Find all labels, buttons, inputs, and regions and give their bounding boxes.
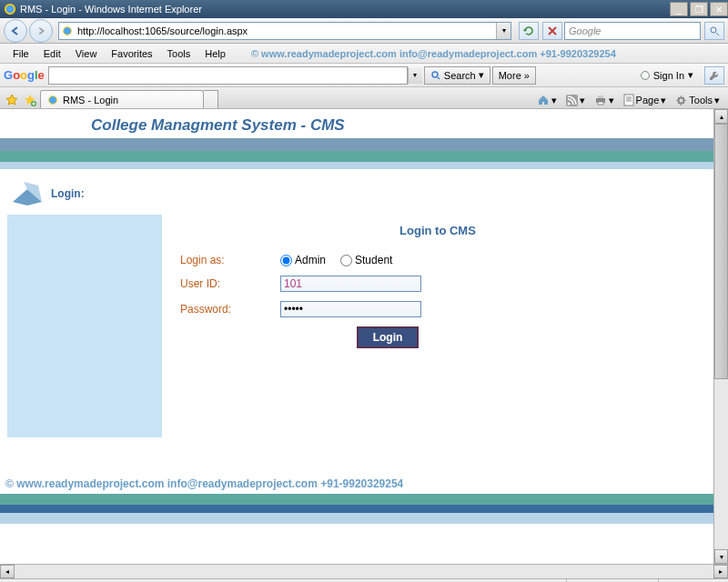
new-tab-button[interactable]: [204, 90, 218, 108]
stop-button[interactable]: [542, 22, 562, 40]
svg-point-2: [711, 27, 716, 33]
tab-page-icon: [46, 94, 59, 106]
svg-point-7: [567, 102, 570, 105]
google-more-button[interactable]: More »: [492, 66, 536, 85]
svg-point-12: [679, 97, 684, 103]
svg-rect-9: [598, 95, 603, 98]
print-button[interactable]: ▾: [592, 92, 617, 108]
footer-stripe: [0, 513, 713, 524]
left-sidebar: [7, 215, 162, 437]
svg-point-1: [64, 26, 72, 35]
scroll-right-button[interactable]: ▸: [713, 565, 728, 578]
menu-favorites[interactable]: Favorites: [104, 46, 159, 61]
google-toolbar: Google ▾ Search ▾ More » Sign In ▾: [0, 64, 728, 87]
login-as-label: Login as:: [180, 254, 280, 266]
google-wrench-button[interactable]: [704, 66, 724, 85]
url-dropdown[interactable]: ▾: [496, 23, 511, 39]
password-label: Password:: [180, 303, 280, 316]
login-icon: [11, 180, 44, 207]
password-input[interactable]: [280, 301, 421, 317]
google-search-input[interactable]: [48, 66, 408, 85]
menu-view[interactable]: View: [68, 46, 105, 61]
watermark-text: © www.readymadeproject.com info@readymad…: [251, 48, 616, 59]
form-title: Login to CMS: [180, 224, 695, 237]
tab-title: RMS - Login: [63, 95, 118, 105]
forward-button[interactable]: [29, 19, 53, 43]
svg-point-3: [432, 72, 438, 77]
page-title: College Managment System - CMS: [91, 116, 713, 135]
header-stripe: [0, 151, 713, 162]
page-icon: [61, 25, 74, 37]
browser-tab[interactable]: RMS - Login: [40, 90, 204, 108]
scroll-up-button[interactable]: ▴: [714, 109, 728, 124]
footer-stripe: [0, 494, 713, 505]
header-stripe: [0, 138, 713, 151]
signin-status-icon: [641, 71, 650, 80]
menu-tools[interactable]: Tools: [160, 46, 198, 61]
add-favorites-icon[interactable]: [22, 92, 38, 108]
menu-edit[interactable]: Edit: [36, 46, 68, 61]
menu-file[interactable]: File: [5, 46, 36, 61]
favorites-icon[interactable]: [4, 92, 20, 108]
menu-bar: File Edit View Favorites Tools Help © ww…: [0, 44, 728, 64]
horizontal-scrollbar[interactable]: ◂ ▸: [0, 564, 728, 578]
status-bar: Done Local intranet 100% ▾: [0, 578, 728, 582]
page-menu-button[interactable]: Page ▾: [621, 92, 670, 108]
svg-point-5: [49, 95, 57, 104]
radio-student-input[interactable]: [340, 255, 352, 266]
minimize-button[interactable]: _: [670, 2, 688, 16]
google-search-dropdown[interactable]: ▾: [408, 67, 422, 84]
vertical-scrollbar[interactable]: ▴ ▾: [713, 109, 728, 564]
window-titlebar: RMS - Login - Windows Internet Explorer …: [0, 0, 728, 18]
tools-menu-button[interactable]: Tools ▾: [672, 93, 723, 108]
scroll-thumb[interactable]: [714, 124, 728, 379]
radio-admin-input[interactable]: [280, 255, 292, 266]
search-box[interactable]: Google: [564, 22, 701, 40]
feeds-button[interactable]: ▾: [563, 93, 588, 108]
maximize-button[interactable]: ❐: [690, 2, 708, 16]
window-title: RMS - Login - Windows Internet Explorer: [20, 4, 668, 15]
svg-rect-10: [598, 102, 603, 105]
google-search-button[interactable]: Search ▾: [424, 66, 490, 85]
refresh-button[interactable]: [519, 22, 539, 40]
url-input[interactable]: [77, 24, 496, 38]
close-button[interactable]: ✕: [710, 2, 728, 16]
google-signin[interactable]: Sign In ▾: [641, 69, 703, 81]
address-bar[interactable]: ▾: [58, 22, 511, 40]
login-button[interactable]: Login: [357, 326, 420, 348]
ie-icon: [4, 3, 16, 15]
userid-input[interactable]: [280, 276, 421, 292]
radio-admin[interactable]: Admin: [280, 254, 326, 266]
nav-toolbar: ▾ Google: [0, 18, 728, 44]
svg-point-0: [5, 5, 15, 15]
userid-label: User ID:: [180, 277, 280, 290]
radio-student[interactable]: Student: [340, 254, 392, 266]
svg-rect-11: [624, 95, 633, 105]
header-stripe: [0, 162, 713, 169]
home-button[interactable]: ▾: [534, 92, 560, 108]
tab-bar: RMS - Login ▾ ▾ ▾ Page ▾ Tools ▾: [0, 87, 728, 109]
back-button[interactable]: [4, 19, 27, 43]
search-go-button[interactable]: [704, 22, 724, 40]
footer-stripe: [0, 505, 713, 513]
scroll-left-button[interactable]: ◂: [0, 565, 15, 578]
scroll-down-button[interactable]: ▾: [714, 549, 728, 564]
page-viewport: College Managment System - CMS Login: Lo…: [0, 109, 713, 564]
menu-help[interactable]: Help: [197, 46, 233, 61]
footer-watermark: © www.readymadeproject.com info@readymad…: [0, 474, 713, 494]
google-logo: Google: [4, 68, 45, 82]
login-section-label: Login:: [51, 187, 85, 200]
